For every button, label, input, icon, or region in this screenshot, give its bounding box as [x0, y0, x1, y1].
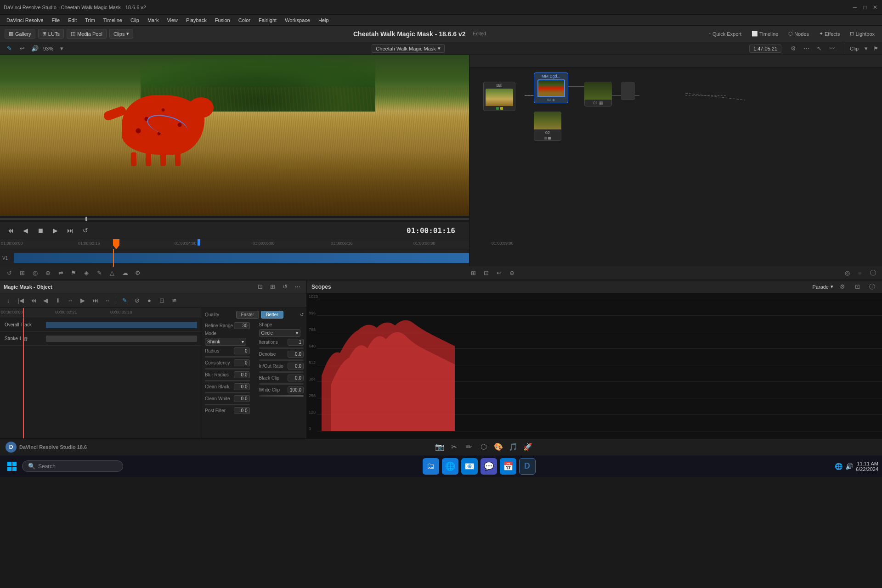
- color-page-icon[interactable]: 🎨: [493, 442, 504, 453]
- tool-cloud-btn[interactable]: ☁: [119, 268, 130, 279]
- menu-workspace[interactable]: Workspace: [281, 17, 314, 24]
- menu-fairlight[interactable]: Fairlight: [255, 17, 280, 24]
- mm-split-icon[interactable]: ⊞: [267, 281, 278, 292]
- taskbar-edge-icon[interactable]: 🌐: [442, 458, 458, 475]
- tool-center-2[interactable]: ⊡: [481, 268, 492, 279]
- loop-btn[interactable]: ↺: [80, 226, 91, 235]
- node-far-right[interactable]: [621, 82, 635, 100]
- inout-value[interactable]: 0.0: [288, 363, 304, 370]
- window-controls[interactable]: ─ □ ✕: [852, 4, 878, 11]
- tool-grid-btn[interactable]: ⊞: [17, 268, 28, 279]
- menu-mark[interactable]: Mark: [144, 17, 162, 24]
- edit-page-icon[interactable]: ✏: [464, 442, 475, 453]
- undo-btn[interactable]: ↩: [17, 43, 28, 54]
- gallery-btn[interactable]: ▦ Gallery: [5, 29, 35, 39]
- consistency-slider[interactable]: [205, 368, 250, 370]
- mm-keyframe-btn[interactable]: |◀: [15, 295, 26, 306]
- luts-btn[interactable]: ⊞ LUTs: [38, 29, 64, 39]
- taskbar-explorer-icon[interactable]: 🗂: [423, 458, 439, 475]
- mm-prev-btn[interactable]: ⏮: [28, 295, 39, 306]
- menu-trim[interactable]: Trim: [81, 17, 99, 24]
- waveform-icon[interactable]: 〰: [826, 43, 837, 54]
- white-clip-slider[interactable]: [259, 395, 304, 397]
- denoise-slider[interactable]: [259, 359, 304, 361]
- menu-playback[interactable]: Playback: [182, 17, 210, 24]
- mm-play-btn[interactable]: ▶: [77, 295, 88, 306]
- tool-right-1[interactable]: ◎: [842, 268, 853, 279]
- clean-black-value[interactable]: 0.0: [234, 383, 250, 390]
- tool-center-4[interactable]: ⊕: [506, 268, 517, 279]
- mm-expand-btn[interactable]: ↔: [102, 295, 113, 306]
- black-clip-value[interactable]: 0.0: [288, 375, 304, 381]
- inout-slider[interactable]: [259, 371, 304, 373]
- quality-refresh-icon[interactable]: ↺: [300, 312, 304, 317]
- effects-btn[interactable]: ✦ Effects: [816, 30, 842, 38]
- lightbox-btn[interactable]: ⊡ Lightbox: [847, 30, 877, 38]
- clip-name-dropdown[interactable]: Cheetah Walk Magic Mask ▾: [372, 44, 444, 53]
- better-btn[interactable]: Better: [261, 311, 283, 319]
- parade-dropdown[interactable]: Parade ▾: [813, 284, 833, 290]
- media-pool-btn[interactable]: ◫ Media Pool: [67, 29, 107, 39]
- iterations-slider[interactable]: [259, 347, 304, 349]
- stop-btn[interactable]: ⏹: [34, 226, 46, 235]
- tool-shapes-btn[interactable]: △: [107, 268, 118, 279]
- consistency-value[interactable]: 0: [234, 359, 250, 366]
- fusion-page-icon[interactable]: ⬡: [478, 442, 489, 453]
- denoise-value[interactable]: 0.0: [288, 351, 304, 358]
- skip-to-end-btn[interactable]: ⏭: [64, 226, 76, 235]
- close-btn[interactable]: ✕: [872, 4, 878, 11]
- menu-edit[interactable]: Edit: [64, 17, 80, 24]
- mm-fill-btn[interactable]: ●: [144, 295, 155, 306]
- menu-davinci[interactable]: DaVinci Resolve: [3, 17, 47, 24]
- tool-flag-btn[interactable]: ⚑: [68, 268, 79, 279]
- volume-icon[interactable]: 🔊: [845, 463, 853, 470]
- blur-slider[interactable]: [205, 380, 250, 381]
- radius-value[interactable]: 0: [234, 347, 250, 354]
- scope-info-icon[interactable]: ⓘ: [866, 281, 877, 292]
- white-clip-value[interactable]: 100.0: [288, 386, 304, 393]
- cut-page-icon[interactable]: ✂: [449, 442, 460, 453]
- stroke1-delete-icon[interactable]: 🗑: [23, 336, 28, 342]
- mm-layer-btn[interactable]: ⊡: [156, 295, 167, 306]
- shape-dropdown[interactable]: Circle ▾: [259, 329, 300, 337]
- taskbar-mail-icon[interactable]: 📧: [461, 458, 478, 475]
- clips-btn[interactable]: Clips ▾: [109, 29, 133, 39]
- taskbar-calendar-icon[interactable]: 📅: [500, 458, 516, 475]
- scrubber[interactable]: [0, 216, 469, 222]
- mm-back-btn[interactable]: ◀: [40, 295, 51, 306]
- tool-refresh-btn[interactable]: ↺: [4, 268, 15, 279]
- clip-toggle-icon[interactable]: ▾: [860, 43, 871, 54]
- tool-bars-btn[interactable]: ≡: [854, 268, 865, 279]
- tool-arrows-btn[interactable]: ⇌: [55, 268, 66, 279]
- mm-cycle-btn[interactable]: ↔: [65, 295, 76, 306]
- tool-gear-btn[interactable]: ⚙: [132, 268, 143, 279]
- tool-pencil-btn[interactable]: ✎: [94, 268, 105, 279]
- taskbar-davinci-icon[interactable]: D: [519, 458, 536, 475]
- mm-eraser-btn[interactable]: ⊘: [131, 295, 142, 306]
- nodes-btn[interactable]: ⬡ Nodes: [786, 30, 812, 38]
- viewer-more-btn[interactable]: ⋯: [801, 43, 812, 54]
- menu-timeline[interactable]: Timeline: [100, 17, 126, 24]
- faster-btn[interactable]: Faster: [236, 311, 259, 319]
- post-filter-value[interactable]: 0.0: [234, 407, 250, 414]
- zoom-dropdown-icon[interactable]: ▾: [56, 43, 67, 54]
- node-mmbgd[interactable]: MM Bgd... 02 ◈: [534, 73, 568, 103]
- menu-help[interactable]: Help: [315, 17, 333, 24]
- refine-range-value[interactable]: 30: [234, 322, 250, 329]
- blur-radius-value[interactable]: 0.0: [234, 371, 250, 378]
- clean-white-slider[interactable]: [205, 404, 250, 405]
- menu-fusion[interactable]: Fusion: [211, 17, 234, 24]
- iterations-value[interactable]: 1: [288, 339, 304, 346]
- menu-file[interactable]: File: [48, 17, 64, 24]
- fairlight-page-icon[interactable]: 🎵: [508, 442, 519, 453]
- node-bal[interactable]: Bal: [483, 82, 515, 111]
- minimize-btn[interactable]: ─: [852, 4, 858, 11]
- play-btn[interactable]: ▶: [50, 226, 61, 235]
- mode-dropdown[interactable]: Shrink ▾: [205, 338, 246, 346]
- mm-next-btn[interactable]: ⏭: [90, 295, 101, 306]
- menu-color[interactable]: Color: [235, 17, 254, 24]
- taskbar-teams-icon[interactable]: 💬: [481, 458, 497, 475]
- menu-view[interactable]: View: [163, 17, 181, 24]
- timeline-btn[interactable]: ⬜ Timeline: [749, 30, 781, 38]
- tool-anchor-btn[interactable]: ⊕: [42, 268, 53, 279]
